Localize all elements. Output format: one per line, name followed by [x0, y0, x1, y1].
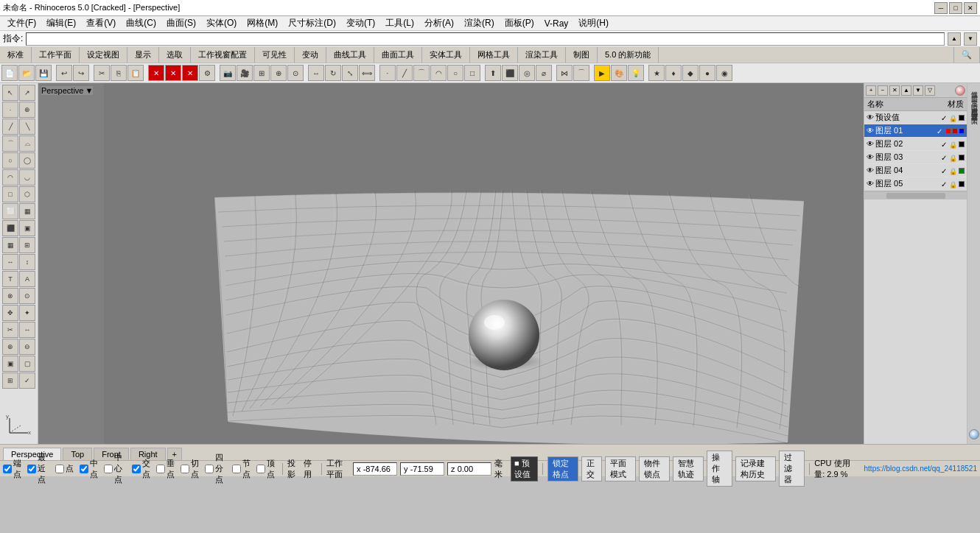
rs-display[interactable]: 显示 [969, 93, 979, 96]
record-history-btn[interactable]: 记录建构历史 [735, 456, 777, 481]
tb-material[interactable]: 🎨 [611, 65, 627, 81]
tb-revolve[interactable]: ◎ [519, 65, 535, 81]
layer-lock-icon[interactable]: 🔒 [949, 181, 957, 188]
snap-knot[interactable]: 节点 [232, 458, 251, 480]
menu-edit[interactable]: 编辑(E) [42, 16, 80, 30]
menu-view[interactable]: 查看(V) [82, 16, 120, 30]
op-axis-btn[interactable]: 操作轴 [707, 451, 732, 487]
tb-delete[interactable]: ✕ [148, 65, 164, 81]
maximize-button[interactable]: □ [949, 2, 962, 14]
snap-vertex[interactable]: 顶点 [256, 458, 275, 480]
layer-row[interactable]: 👁图层 03✓ 🔒 [864, 151, 967, 164]
tb-cam[interactable]: 📷 [220, 65, 236, 81]
lt-block[interactable]: ⊞ [2, 373, 18, 389]
tb-sweep[interactable]: ⌀ [536, 65, 552, 81]
lt-dim2[interactable]: ↕ [19, 254, 35, 270]
tb-osnap[interactable]: ⊙ [287, 65, 304, 81]
rs-named-views[interactable]: 已启用视图 [969, 102, 979, 105]
lt-arc2[interactable]: ◡ [19, 169, 35, 186]
viewport[interactable]: Perspective ▼ [38, 83, 980, 444]
snap-perp[interactable]: 垂点 [156, 458, 175, 480]
tb-delete3[interactable]: ✕ [182, 65, 198, 81]
tab-surface-tools[interactable]: 曲面工具 [374, 47, 422, 63]
tab-solid-tools[interactable]: 实体工具 [422, 47, 470, 63]
lt-ellipse[interactable]: ◯ [19, 152, 35, 169]
ortho-btn[interactable]: 正交 [581, 456, 602, 481]
tb-undo[interactable]: ↩ [56, 65, 72, 81]
lt-text2[interactable]: A [19, 271, 35, 287]
snap-intersect[interactable]: 交点 [132, 458, 150, 480]
tab-visibility[interactable]: 可见性 [255, 47, 295, 63]
lt-surface2[interactable]: ▦ [19, 203, 35, 219]
layer-color-dot[interactable] [959, 155, 965, 160]
layer-visibility-icon[interactable]: 👁 [867, 153, 874, 161]
tab-standard[interactable]: 标准 [0, 47, 32, 63]
menu-tools[interactable]: 工具(L) [381, 16, 419, 30]
lt-move[interactable]: ✥ [2, 305, 18, 321]
menu-panels[interactable]: 面板(P) [500, 16, 539, 30]
tb-extra2[interactable]: ♦ [665, 65, 682, 81]
tb-pt[interactable]: · [379, 65, 396, 81]
tab-setview[interactable]: 设定视图 [80, 47, 127, 63]
lt-circle[interactable]: ○ [2, 152, 18, 169]
projection-toggle[interactable]: 投影 [287, 458, 298, 480]
menu-file[interactable]: 文件(F) [3, 16, 41, 30]
lt-select[interactable]: ↖ [2, 85, 18, 101]
rs-description[interactable]: 说明 [969, 98, 979, 101]
tb-move[interactable]: ↔ [308, 65, 324, 81]
lt-ungroup[interactable]: ▢ [19, 356, 35, 372]
minimize-button[interactable]: ─ [934, 2, 948, 14]
tab-transform[interactable]: 变动 [295, 47, 326, 63]
tb-delete2[interactable]: ✕ [165, 65, 181, 81]
rs-resource-mgr[interactable]: 资源管理器 [969, 107, 979, 110]
menu-solid[interactable]: 实体(O) [202, 16, 241, 30]
snap-endpoint[interactable]: 端点 [3, 458, 21, 480]
lt-line[interactable]: ╱ [2, 119, 18, 135]
layer-row[interactable]: 👁预设值✓ 🔒 [864, 111, 967, 124]
layer-lock-icon[interactable]: 🔒 [949, 155, 957, 162]
tb-save[interactable]: 💾 [35, 65, 52, 81]
menu-render[interactable]: 渲染(R) [460, 16, 499, 30]
lt-arc[interactable]: ◠ [2, 169, 18, 186]
snap-nearest[interactable]: 最近点 [27, 452, 49, 485]
lt-select2[interactable]: ↗ [19, 85, 35, 101]
tb-circle[interactable]: ○ [447, 65, 463, 81]
right-scrollbar[interactable] [864, 191, 967, 200]
tb-copy[interactable]: ⎘ [111, 65, 127, 81]
layer-row[interactable]: 👁图层 04✓ 🔒 [864, 164, 967, 177]
tb-extra4[interactable]: ● [699, 65, 715, 81]
lt-solid2[interactable]: ▣ [19, 220, 35, 236]
tab-viewport-config[interactable]: 工作视窗配置 [191, 47, 255, 63]
tab-drafting[interactable]: 制图 [566, 47, 598, 63]
tb-fillet[interactable]: ⌒ [573, 65, 589, 81]
tb-boolean[interactable]: ⋈ [556, 65, 573, 81]
lt-group[interactable]: ▣ [2, 356, 18, 372]
lt-constraint2[interactable]: ⊙ [19, 288, 35, 304]
lt-curve[interactable]: ⌒ [2, 135, 18, 152]
layer-color-dot[interactable] [952, 128, 958, 134]
layer-visibility-icon[interactable]: 👁 [867, 180, 874, 188]
tab-search-icon[interactable]: 🔍 [954, 47, 980, 63]
layer-color-dot[interactable] [959, 115, 965, 121]
url-link[interactable]: https://blog.csdn.net/qq_24118521 [864, 465, 977, 473]
tab-workplane[interactable]: 工作平面 [32, 47, 80, 63]
tb-extra3[interactable]: ◆ [682, 65, 699, 81]
lt-surface[interactable]: ⬜ [2, 203, 18, 219]
tb-cam2[interactable]: 🎥 [237, 65, 253, 81]
tb-render-btn[interactable]: ▶ [594, 65, 610, 81]
lt-dim[interactable]: ↔ [2, 254, 18, 270]
menu-transform[interactable]: 变动(T) [342, 16, 379, 30]
rp-color-wheel[interactable] [955, 85, 965, 96]
menu-dim[interactable]: 尺寸标注(D) [284, 16, 340, 30]
tab-curve-tools[interactable]: 曲线工具 [326, 47, 374, 63]
lock-grid-btn[interactable]: 锁定格点 [547, 456, 578, 481]
tb-extra1[interactable]: ★ [648, 65, 665, 81]
layer-color-dot[interactable] [959, 168, 965, 174]
tb-mirror[interactable]: ⟺ [359, 65, 375, 81]
lt-explode[interactable]: ⊖ [19, 339, 35, 355]
pause-toggle[interactable]: 停用 [304, 458, 314, 480]
tb-loft[interactable]: ⬛ [502, 65, 518, 81]
tab-new-features[interactable]: 5.0 的新功能 [598, 47, 659, 63]
filter-btn[interactable]: 过滤器 [779, 451, 805, 487]
tab-mesh-tools[interactable]: 网格工具 [470, 47, 518, 63]
